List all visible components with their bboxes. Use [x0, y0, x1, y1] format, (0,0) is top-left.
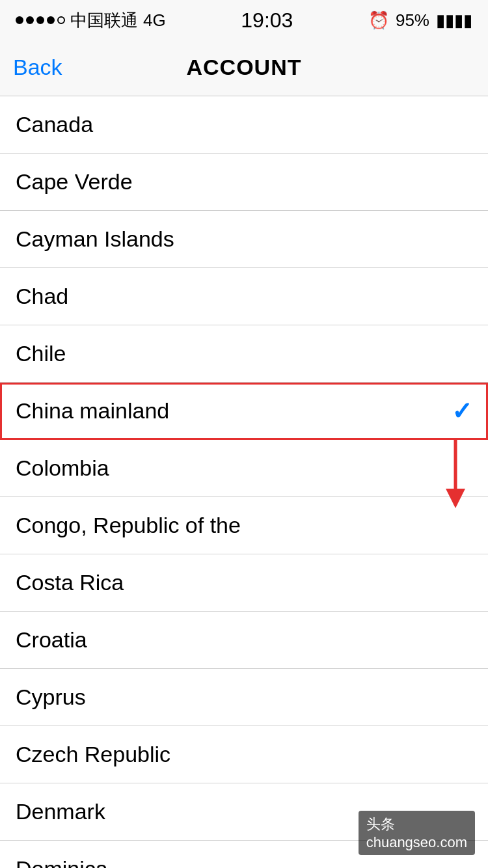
list-item-cape-verde[interactable]: Cape Verde [0, 154, 488, 211]
status-left: 中国联通 4G [16, 9, 166, 32]
dot3 [36, 16, 44, 24]
signal-dots [16, 16, 65, 24]
item-label-colombia: Colombia [16, 455, 109, 481]
checkmark-icon: ✓ [452, 397, 472, 426]
battery-icon: ▮▮▮▮ [436, 10, 472, 31]
item-label-chile: Chile [16, 341, 66, 366]
clock-icon: ⏰ [368, 10, 389, 31]
item-label-denmark: Denmark [16, 799, 105, 824]
dot5 [57, 16, 65, 24]
list-item-chad[interactable]: Chad [0, 268, 488, 325]
dot4 [47, 16, 55, 24]
item-label-chad: Chad [16, 284, 68, 309]
status-time: 19:03 [241, 8, 293, 33]
watermark: 头条 chuangseo.com [359, 811, 475, 855]
dot2 [26, 16, 34, 24]
nav-bar: Back ACCOUNT [0, 39, 488, 96]
item-label-costa-rica: Costa Rica [16, 570, 124, 595]
list-item-cayman-islands[interactable]: Cayman Islands [0, 211, 488, 268]
item-label-china-mainland: China mainland [16, 398, 169, 424]
item-label-canada: Canada [16, 112, 93, 137]
item-label-cape-verde: Cape Verde [16, 169, 133, 195]
item-label-cyprus: Cyprus [16, 685, 86, 710]
battery-level: 95% [396, 10, 429, 31]
item-label-croatia: Croatia [16, 627, 87, 653]
item-label-congo-republic: Congo, Republic of the [16, 513, 241, 538]
list-item-costa-rica[interactable]: Costa Rica [0, 554, 488, 612]
list-item-cyprus[interactable]: Cyprus [0, 669, 488, 726]
carrier-label: 中国联通 [70, 9, 138, 32]
network-type-label: 4G [143, 10, 166, 31]
nav-title: ACCOUNT [187, 55, 302, 80]
item-label-cayman-islands: Cayman Islands [16, 226, 174, 252]
list-item-canada[interactable]: Canada [0, 96, 488, 154]
svg-marker-1 [446, 489, 465, 508]
watermark-line2: chuangseo.com [366, 834, 467, 851]
list-item-chile[interactable]: Chile [0, 325, 488, 383]
item-label-dominica: Dominica [16, 856, 108, 868]
dot1 [16, 16, 23, 24]
back-button[interactable]: Back [13, 55, 62, 80]
list-item-czech-republic[interactable]: Czech Republic [0, 726, 488, 783]
list-item-croatia[interactable]: Croatia [0, 612, 488, 669]
watermark-line1: 头条 [366, 815, 467, 834]
country-list: CanadaCape VerdeCayman IslandsChadChileC… [0, 96, 488, 868]
list-item-china-mainland[interactable]: China mainland✓ [0, 383, 488, 440]
status-bar: 中国联通 4G 19:03 ⏰ 95% ▮▮▮▮ [0, 0, 488, 39]
status-right: ⏰ 95% ▮▮▮▮ [368, 10, 472, 31]
item-label-czech-republic: Czech Republic [16, 742, 170, 767]
